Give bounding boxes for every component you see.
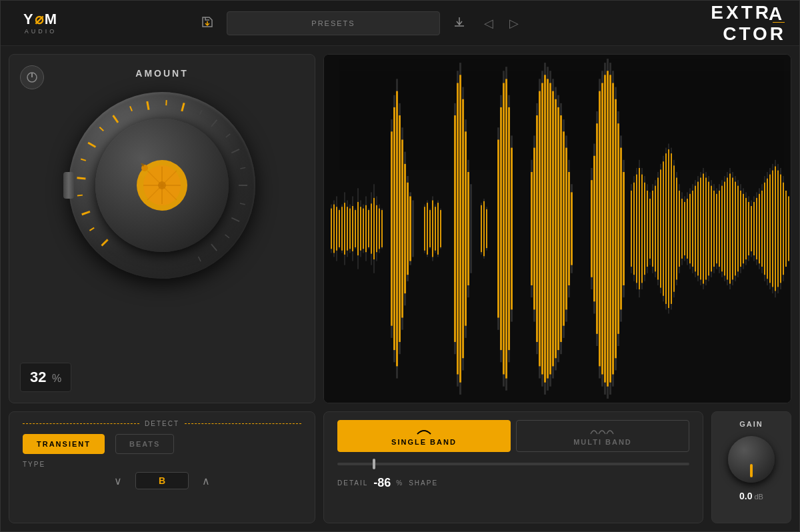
svg-line-14 <box>231 218 239 221</box>
svg-line-7 <box>88 143 95 147</box>
detail-slider-thumb[interactable] <box>373 459 375 469</box>
svg-line-4 <box>101 239 107 245</box>
type-prev-button[interactable]: ∨ <box>114 475 122 487</box>
gain-unit: dB <box>755 493 763 501</box>
svg-rect-187 <box>360 207 361 251</box>
detail-slider-track[interactable] <box>337 463 689 465</box>
power-button[interactable] <box>20 65 44 89</box>
svg-rect-258 <box>639 168 640 289</box>
svg-rect-299 <box>748 202 749 255</box>
svg-rect-209 <box>437 203 439 255</box>
preset-label: PRESETS <box>311 19 355 27</box>
svg-rect-195 <box>381 210 383 247</box>
svg-rect-313 <box>785 191 787 267</box>
svg-line-11 <box>211 120 217 127</box>
svg-line-18 <box>81 159 86 160</box>
svg-rect-201 <box>404 164 406 293</box>
svg-line-10 <box>182 103 184 111</box>
svg-rect-276 <box>687 199 688 259</box>
svg-rect-65 <box>412 201 414 257</box>
svg-rect-275 <box>684 202 685 255</box>
svg-rect-262 <box>649 199 651 259</box>
detail-info: DETAIL -86 % SHAPE <box>337 476 689 490</box>
svg-line-5 <box>82 211 90 214</box>
svg-rect-289 <box>721 186 723 272</box>
svg-rect-278 <box>692 191 693 267</box>
app-title: EXTR A CTOR <box>653 2 786 45</box>
svg-rect-297 <box>743 194 744 263</box>
svg-rect-296 <box>740 191 741 267</box>
svg-rect-202 <box>407 183 409 275</box>
svg-rect-176 <box>331 209 332 249</box>
svg-rect-224 <box>508 107 510 350</box>
multi-band-icon <box>589 426 616 435</box>
svg-rect-293 <box>732 178 733 280</box>
svg-rect-234 <box>552 91 554 367</box>
single-band-icon <box>414 426 434 435</box>
svg-rect-268 <box>665 153 667 304</box>
svg-rect-311 <box>780 175 781 283</box>
knob-value-display: 32 % <box>20 363 71 392</box>
main-knob[interactable] <box>69 92 255 279</box>
svg-rect-246 <box>601 83 603 374</box>
preset-export-button[interactable] <box>196 11 219 35</box>
multi-band-button[interactable]: MULTI BAND <box>516 420 689 452</box>
svg-rect-221 <box>500 107 502 350</box>
svg-rect-178 <box>336 207 337 251</box>
svg-rect-214 <box>462 99 464 358</box>
svg-line-27 <box>198 257 201 261</box>
svg-rect-283 <box>705 178 707 280</box>
gain-knob[interactable] <box>728 436 775 483</box>
svg-rect-250 <box>612 83 614 374</box>
transient-button[interactable]: TRANSIENT <box>23 434 105 454</box>
nav-next-button[interactable]: ▷ <box>504 13 524 33</box>
svg-rect-200 <box>401 139 403 317</box>
svg-rect-79 <box>470 184 472 273</box>
single-band-button[interactable]: SINGLE BAND <box>337 420 511 452</box>
svg-line-15 <box>211 244 217 251</box>
svg-rect-182 <box>347 207 348 251</box>
waveform-svg <box>324 55 791 403</box>
svg-rect-235 <box>555 99 557 358</box>
svg-rect-280 <box>697 182 699 276</box>
shape-label: SHAPE <box>409 479 438 487</box>
svg-rect-212 <box>457 83 459 374</box>
nav-prev-button[interactable]: ◁ <box>479 13 499 33</box>
svg-rect-237 <box>560 115 562 342</box>
knob-inner <box>95 119 229 252</box>
svg-rect-257 <box>636 175 637 283</box>
svg-rect-213 <box>459 75 461 382</box>
svg-rect-210 <box>440 210 441 247</box>
preset-bar: PRESETS <box>227 11 440 35</box>
svg-rect-248 <box>607 71 609 386</box>
svg-line-19 <box>99 127 103 131</box>
svg-rect-288 <box>719 191 720 267</box>
svg-rect-196 <box>391 131 393 325</box>
svg-rect-179 <box>339 210 340 247</box>
svg-rect-291 <box>727 178 728 280</box>
svg-rect-303 <box>759 194 760 263</box>
svg-rect-240 <box>568 172 570 285</box>
svg-rect-232 <box>547 79 549 378</box>
svg-rect-218 <box>483 201 485 257</box>
svg-line-23 <box>226 134 230 137</box>
type-next-button[interactable]: ∧ <box>202 475 210 487</box>
svg-rect-255 <box>631 191 632 267</box>
svg-rect-192 <box>373 198 375 259</box>
knob-value: 32 <box>30 369 46 385</box>
svg-rect-199 <box>399 115 401 342</box>
svg-rect-228 <box>536 115 538 342</box>
svg-rect-261 <box>647 191 648 267</box>
beats-button[interactable]: BEATS <box>115 434 174 454</box>
svg-rect-211 <box>454 115 456 342</box>
svg-rect-227 <box>533 148 535 310</box>
svg-rect-191 <box>371 203 372 253</box>
detail-label: DETAIL <box>337 479 368 487</box>
svg-rect-205 <box>427 203 428 255</box>
preset-download-button[interactable] <box>448 11 471 35</box>
svg-line-16 <box>89 228 94 231</box>
svg-rect-239 <box>565 148 567 310</box>
svg-rect-265 <box>657 178 659 280</box>
svg-point-34 <box>158 181 166 189</box>
logo-yum: Y⌀M <box>23 12 58 27</box>
